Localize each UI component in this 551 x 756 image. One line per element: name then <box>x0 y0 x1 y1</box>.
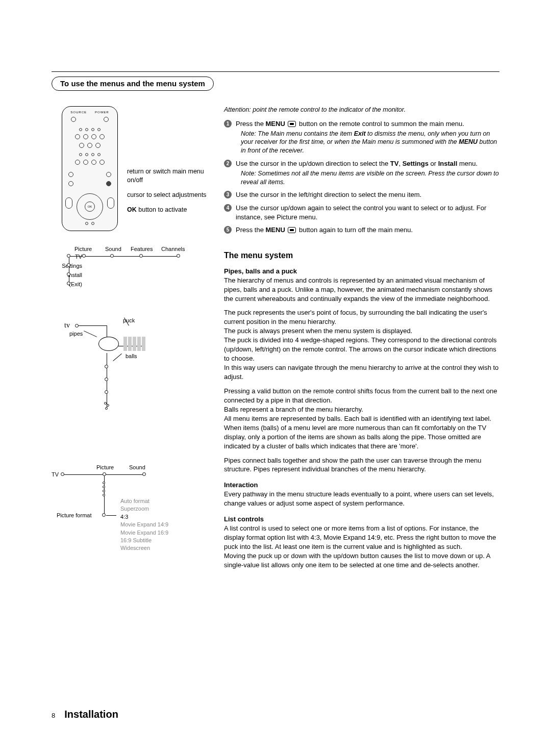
body-paragraph: A list control is used to select one or … <box>224 524 499 570</box>
top-rule <box>52 71 499 72</box>
tree-label: Picture <box>96 464 114 470</box>
list-option: Movie Expand 14:9 <box>120 521 168 528</box>
section-title: To use the menus and the menu system <box>52 77 214 91</box>
ok-label: OK <box>127 206 137 213</box>
pipes-heading: Pipes, balls and a puck <box>224 267 499 275</box>
page-number: 8 <box>52 712 55 719</box>
menu-button-icon <box>106 181 111 186</box>
attention-note: Attention: point the remote control to t… <box>224 106 499 113</box>
step-2: 2 Use the cursor in the up/down directio… <box>224 159 499 186</box>
step-4: 4 Use the cursor up/down again to select… <box>224 204 499 221</box>
diagram-label: balls <box>126 353 137 359</box>
diagram-label: tv <box>64 321 70 330</box>
tree-label: Sound <box>129 464 145 470</box>
page-content: To use the menus and the menu system SOU… <box>52 77 499 575</box>
step-note: Note: The Main menu contains the item Ex… <box>236 130 499 156</box>
step-text: or <box>429 160 438 167</box>
step-number-icon: 1 <box>224 120 232 128</box>
body-paragraph: The hierarchy of menus and controls is r… <box>224 276 499 304</box>
step-1: 1 Press the MENU button on the remote co… <box>224 119 499 155</box>
step-text-bold: Install <box>438 160 458 167</box>
remote-button <box>71 117 76 122</box>
left-illustrations: SOURCE POWER <box>52 106 220 571</box>
tree-label: Sound <box>105 246 121 252</box>
menu-glyph-icon <box>288 121 296 127</box>
step-text <box>285 226 287 234</box>
tree-label: TV <box>52 471 59 477</box>
ok-button-icon: OK <box>85 201 95 212</box>
list-controls-heading: List controls <box>224 515 499 523</box>
puck-icon <box>98 337 119 351</box>
body-paragraph: Pressing a valid button on the remote co… <box>224 387 499 451</box>
list-option: Auto format <box>120 497 168 505</box>
step-text-bold: MENU <box>266 226 285 234</box>
body-paragraph: The puck represents the user's point of … <box>224 308 499 382</box>
list-option: Superzoom <box>120 505 168 513</box>
remote-label-cursor: cursor to select adjustments <box>127 191 220 199</box>
step-text: , <box>398 160 402 167</box>
remote-label-menu: return or switch main menu on/off <box>127 167 220 185</box>
step-note: Note: Sometimes not all the menu items a… <box>236 169 499 187</box>
step-text: Use the cursor in the up/down direction … <box>236 160 390 167</box>
step-text <box>285 120 287 128</box>
list-option: Widescreen <box>120 544 168 552</box>
diagram-label: pipes <box>69 331 83 337</box>
step-text: menu. <box>457 160 478 167</box>
step-number-icon: 2 <box>224 160 232 167</box>
menu-tree-diagram: Picture Sound Features Channels TV Setti… <box>52 240 220 291</box>
right-text-column: Attention: point the remote control to t… <box>220 106 499 575</box>
step-5: 5 Press the MENU button again to turn of… <box>224 225 499 235</box>
step-text: button on the remote control to summon t… <box>297 120 464 128</box>
step-text-bold: Settings <box>403 160 429 167</box>
tree-label: Features <box>131 246 153 252</box>
step-text: Press the <box>236 226 266 234</box>
note-text: Note: The Main menu contains the item <box>241 130 354 137</box>
ch-rocker <box>107 197 114 209</box>
list-option: Movie Expand 16:9 <box>120 529 168 537</box>
page-footer: 8 Installation <box>52 709 118 720</box>
step-number-icon: 3 <box>224 191 232 198</box>
step-text-bold: MENU <box>266 120 285 128</box>
picture-format-diagram: Picture Sound TV Picture format Auto for… <box>52 464 220 571</box>
note-text-bold-italic: MENU <box>459 138 478 145</box>
step-number-icon: 5 <box>224 226 232 234</box>
remote-illustration: SOURCE POWER <box>52 106 220 234</box>
step-text-bold: TV <box>390 160 399 167</box>
vol-rocker <box>65 197 72 209</box>
body-paragraph: Pipes connect balls together and show th… <box>224 456 499 474</box>
interaction-heading: Interaction <box>224 481 499 489</box>
tree-label: Picture format <box>57 512 91 518</box>
pipes-balls-puck-diagram: tv puck pipes balls <box>52 316 220 423</box>
step-text: Use the cursor in the left/right directi… <box>236 190 499 199</box>
step-text: Press the <box>236 120 266 128</box>
menu-system-heading: The menu system <box>224 251 499 260</box>
menu-glyph-icon <box>288 227 296 233</box>
body-paragraph: Every pathway in the menu structure lead… <box>224 490 499 508</box>
list-option: 16:9 Subtitle <box>120 537 168 544</box>
note-text-bold-italic: Exit <box>354 130 366 137</box>
step-number-icon: 4 <box>224 204 232 212</box>
step-text: button again to turn off the main menu. <box>297 226 413 234</box>
step-text: Use the cursor up/down again to select t… <box>236 204 499 221</box>
remote-button <box>104 117 109 122</box>
ok-label-rest: button to activate <box>137 206 187 213</box>
footer-section-title: Installation <box>64 709 118 720</box>
tree-label: Picture <box>74 246 92 252</box>
list-option-selected: 4:3 <box>120 513 168 521</box>
remote-label-ok: OK button to activate <box>127 206 220 214</box>
tree-label: Channels <box>161 246 185 252</box>
remote-dpad: OK <box>77 193 103 220</box>
step-3: 3 Use the cursor in the left/right direc… <box>224 190 499 199</box>
